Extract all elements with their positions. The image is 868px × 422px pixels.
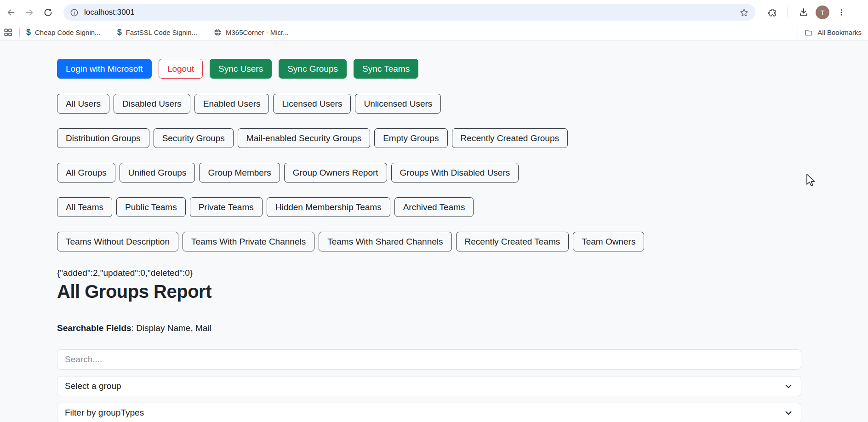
folder-icon — [805, 29, 813, 37]
login-with-microsoft-button[interactable]: Login with Microsoft — [57, 59, 152, 79]
searchable-fields-line: Searchable Fields: Display Name, Mail — [57, 323, 868, 333]
group-owners-report-button[interactable]: Group Owners Report — [284, 163, 387, 182]
bookmarks-separator — [19, 28, 20, 37]
licensed-users-button[interactable]: Licensed Users — [273, 94, 351, 114]
sync-users-button[interactable]: Sync Users — [210, 59, 272, 79]
security-groups-button[interactable]: Security Groups — [154, 128, 234, 148]
all-bookmarks[interactable]: All Bookmarks — [798, 28, 862, 37]
extensions-icon — [767, 8, 777, 17]
unlicensed-users-button[interactable]: Unlicensed Users — [355, 94, 441, 114]
empty-groups-button[interactable]: Empty Groups — [374, 128, 447, 148]
reload-button[interactable] — [39, 3, 57, 22]
bookmarks-separator — [798, 28, 798, 37]
apps-grid-button[interactable] — [1, 26, 15, 40]
archived-teams-button[interactable]: Archived Teams — [394, 197, 474, 217]
sync-teams-button[interactable]: Sync Teams — [354, 59, 418, 79]
bookmark-item[interactable]: $ FastSSL Code Signin... — [117, 28, 197, 37]
browser-menu-button[interactable] — [832, 3, 851, 22]
user-filters-row: All Users Disabled Users Enabled Users L… — [57, 94, 868, 114]
team-filters-row: All Teams Public Teams Private Teams Hid… — [57, 197, 868, 217]
searchable-fields-label: Searchable Fields — [57, 323, 131, 333]
public-teams-button[interactable]: Public Teams — [116, 197, 186, 217]
group-types-filter-value: Filter by groupTypes — [65, 408, 144, 418]
all-users-button[interactable]: All Users — [57, 94, 109, 114]
recently-created-teams-button[interactable]: Recently Created Teams — [456, 232, 569, 251]
bookmark-star-icon[interactable] — [739, 8, 749, 17]
bookmark-item[interactable]: M365Corner - Micr... — [214, 29, 289, 36]
page-title: All Groups Report — [57, 281, 868, 302]
group-kind-filters-row: Distribution Groups Security Groups Mail… — [57, 128, 868, 148]
extensions-button[interactable] — [763, 3, 781, 22]
chevron-down-icon — [783, 408, 794, 418]
dollar-icon: $ — [117, 28, 122, 37]
hidden-membership-teams-button[interactable]: Hidden Membership Teams — [267, 197, 390, 217]
dollar-icon: $ — [26, 28, 31, 37]
searchable-fields-value: : Display Name, Mail — [131, 323, 211, 333]
browser-toolbar: localhost:3001 T — [0, 0, 868, 25]
private-teams-button[interactable]: Private Teams — [190, 197, 263, 217]
forward-button[interactable] — [20, 3, 39, 22]
all-teams-button[interactable]: All Teams — [57, 197, 112, 217]
apps-grid-icon — [4, 28, 12, 37]
action-buttons-row: Login with Microsoft Logout Sync Users S… — [57, 59, 868, 79]
back-icon — [6, 7, 16, 17]
all-groups-button[interactable]: All Groups — [57, 163, 115, 182]
url-bar[interactable]: localhost:3001 — [63, 4, 755, 21]
group-select[interactable]: Select a group — [57, 376, 801, 396]
bookmarks-bar: $ Cheap Code Signin... $ FastSSL Code Si… — [0, 25, 868, 40]
chevron-down-icon — [783, 381, 794, 391]
search-input[interactable] — [65, 354, 794, 365]
back-button[interactable] — [2, 3, 20, 22]
globe-icon — [214, 29, 222, 36]
group-members-button[interactable]: Group Members — [199, 163, 280, 182]
downloads-button[interactable] — [794, 3, 813, 22]
toolbar-separator — [788, 7, 788, 17]
logout-button[interactable]: Logout — [159, 59, 203, 79]
recently-created-groups-button[interactable]: Recently Created Groups — [452, 128, 568, 148]
forward-icon — [24, 7, 34, 17]
distribution-groups-button[interactable]: Distribution Groups — [57, 128, 149, 148]
unified-groups-button[interactable]: Unified Groups — [120, 163, 195, 182]
group-types-filter-select[interactable]: Filter by groupTypes — [57, 403, 801, 422]
team-extra-filters-row: Teams Without Description Teams With Pri… — [57, 232, 868, 251]
bookmark-item[interactable]: $ Cheap Code Signin... — [26, 28, 101, 37]
url-text: localhost:3001 — [84, 8, 135, 17]
enabled-users-button[interactable]: Enabled Users — [194, 94, 269, 114]
mail-enabled-security-groups-button[interactable]: Mail-enabled Security Groups — [238, 128, 370, 148]
info-icon[interactable] — [70, 8, 79, 17]
download-icon — [799, 7, 809, 17]
teams-with-shared-channels-button[interactable]: Teams With Shared Channels — [319, 232, 451, 251]
search-field-wrap — [57, 349, 801, 370]
teams-without-description-button[interactable]: Teams Without Description — [57, 232, 178, 251]
reload-icon — [43, 8, 53, 17]
sync-groups-button[interactable]: Sync Groups — [279, 59, 347, 79]
disabled-users-button[interactable]: Disabled Users — [114, 94, 190, 114]
groups-with-disabled-users-button[interactable]: Groups With Disabled Users — [391, 163, 519, 182]
team-owners-button[interactable]: Team Owners — [573, 232, 644, 251]
group-filters-row: All Groups Unified Groups Group Members … — [57, 163, 868, 182]
page-content: Login with Microsoft Logout Sync Users S… — [0, 40, 868, 422]
kebab-menu-icon — [837, 8, 845, 17]
avatar[interactable]: T — [816, 6, 829, 19]
teams-with-private-channels-button[interactable]: Teams With Private Channels — [183, 232, 314, 251]
group-select-value: Select a group — [65, 381, 121, 391]
sync-status-text: {"added":2,"updated":0,"deleted":0} — [57, 268, 868, 278]
